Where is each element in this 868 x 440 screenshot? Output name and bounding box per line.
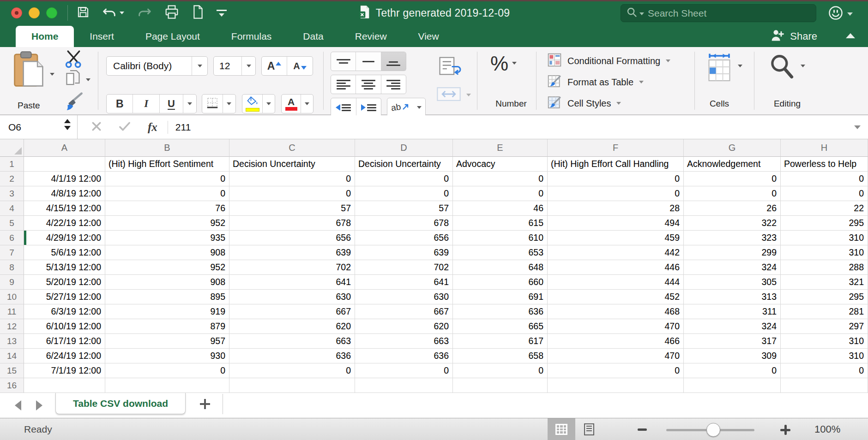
align-left-button[interactable] (331, 75, 356, 94)
cell-C8[interactable]: 702 (229, 260, 355, 275)
cell-F4[interactable]: 28 (548, 201, 684, 216)
cell-F16[interactable] (548, 378, 684, 393)
row-header-10[interactable]: 10 (0, 290, 24, 304)
zoom-in-button[interactable] (780, 425, 790, 435)
cell-C15[interactable]: 0 (229, 363, 355, 378)
cell-F1[interactable]: (Hit) High Effort Call Handling (548, 157, 684, 172)
increase-font-size-button[interactable]: A (262, 57, 287, 75)
cell-B8[interactable]: 952 (105, 260, 229, 275)
cell-E10[interactable]: 691 (453, 290, 548, 304)
select-all-corner[interactable] (0, 139, 24, 157)
cell-G8[interactable]: 324 (684, 260, 781, 275)
ribbon-tab-data[interactable]: Data (287, 26, 339, 47)
save-button[interactable] (76, 5, 90, 21)
row-header-5[interactable]: 5 (0, 216, 24, 231)
cell-G12[interactable]: 324 (684, 319, 781, 334)
cell-F9[interactable]: 444 (548, 275, 684, 290)
share-button[interactable]: Share (770, 26, 817, 47)
cell-D1[interactable]: Decision Uncertainty (355, 157, 453, 172)
cell-H13[interactable]: 310 (781, 334, 868, 349)
cell-B7[interactable]: 908 (105, 245, 229, 260)
confirm-entry-button[interactable] (118, 120, 131, 134)
cell-D12[interactable]: 620 (355, 319, 453, 334)
cell-E8[interactable]: 648 (453, 260, 548, 275)
cell-F2[interactable]: 0 (548, 172, 684, 186)
ribbon-tab-review[interactable]: Review (339, 26, 403, 47)
row-header-3[interactable]: 3 (0, 186, 24, 201)
cell-E4[interactable]: 46 (453, 201, 548, 216)
cell-A8[interactable]: 5/13/19 12:00 (24, 260, 105, 275)
format-as-table-button[interactable]: Format as Table (547, 74, 644, 90)
cell-H3[interactable]: 0 (781, 186, 868, 201)
cell-F8[interactable]: 446 (548, 260, 684, 275)
row-header-6[interactable]: 6 (0, 231, 24, 245)
row-header-11[interactable]: 11 (0, 304, 24, 319)
cell-C14[interactable]: 636 (229, 349, 355, 363)
cell-G2[interactable]: 0 (684, 172, 781, 186)
cell-styles-button[interactable]: Cell Styles (547, 95, 621, 112)
cell-H14[interactable]: 310 (781, 349, 868, 363)
font-size-select[interactable]: 12 (213, 56, 256, 76)
cell-H1[interactable]: Powerless to Help (781, 157, 868, 172)
cell-G11[interactable]: 311 (684, 304, 781, 319)
cell-A9[interactable]: 5/20/19 12:00 (24, 275, 105, 290)
cancel-entry-button[interactable] (90, 120, 102, 134)
number-format-button[interactable]: % (490, 51, 517, 77)
cell-H2[interactable]: 0 (781, 172, 868, 186)
cell-E3[interactable]: 0 (453, 186, 548, 201)
cell-D11[interactable]: 667 (355, 304, 453, 319)
cell-A3[interactable]: 4/8/19 12:00 (24, 186, 105, 201)
row-header-16[interactable]: 16 (0, 378, 24, 393)
cell-A2[interactable]: 4/1/19 12:00 (24, 172, 105, 186)
cell-E12[interactable]: 665 (453, 319, 548, 334)
page-layout-view-button[interactable] (575, 418, 603, 440)
cell-B3[interactable]: 0 (105, 186, 229, 201)
cell-A7[interactable]: 5/6/19 12:00 (24, 245, 105, 260)
cell-F12[interactable]: 470 (548, 319, 684, 334)
cell-C13[interactable]: 663 (229, 334, 355, 349)
cell-H9[interactable]: 321 (781, 275, 868, 290)
redo-button[interactable] (136, 5, 152, 21)
col-header-H[interactable]: H (781, 139, 868, 157)
cell-B10[interactable]: 895 (105, 290, 229, 304)
cell-C6[interactable]: 656 (229, 231, 355, 245)
cells-button[interactable] (705, 52, 742, 84)
cell-E13[interactable]: 617 (453, 334, 548, 349)
cell-C7[interactable]: 639 (229, 245, 355, 260)
cell-B1[interactable]: (Hit) High Effort Sentiment (105, 157, 229, 172)
cell-B15[interactable]: 0 (105, 363, 229, 378)
ribbon-tab-view[interactable]: View (403, 26, 455, 47)
cell-A12[interactable]: 6/10/19 12:00 (24, 319, 105, 334)
zoom-percentage-label[interactable]: 100% (814, 423, 840, 435)
font-color-dropdown-button[interactable] (301, 95, 313, 113)
italic-button[interactable]: I (133, 95, 159, 113)
col-header-C[interactable]: C (229, 139, 355, 157)
cell-A6[interactable]: 4/29/19 12:00 (24, 231, 105, 245)
feedback-button[interactable] (828, 6, 853, 22)
cell-G7[interactable]: 299 (684, 245, 781, 260)
cell-E1[interactable]: Advocacy (453, 157, 548, 172)
collapse-ribbon-icon[interactable] (846, 33, 855, 38)
col-header-E[interactable]: E (453, 139, 548, 157)
search-sheet-box[interactable] (621, 4, 816, 22)
cell-C10[interactable]: 630 (229, 290, 355, 304)
row-header-4[interactable]: 4 (0, 201, 24, 216)
cell-G3[interactable]: 0 (684, 186, 781, 201)
underline-dropdown-button[interactable] (183, 95, 196, 113)
decrease-indent-button[interactable] (331, 98, 356, 117)
align-middle-button[interactable] (356, 52, 381, 71)
cell-C3[interactable]: 0 (229, 186, 355, 201)
add-sheet-button[interactable] (198, 397, 212, 411)
underline-button[interactable]: U (160, 95, 183, 113)
cell-A13[interactable]: 6/17/19 12:00 (24, 334, 105, 349)
search-input[interactable] (648, 8, 810, 19)
cell-A16[interactable] (24, 378, 105, 393)
fill-color-dropdown-button[interactable] (263, 95, 275, 113)
text-orientation-button[interactable]: ab (387, 98, 426, 117)
undo-button[interactable] (102, 5, 124, 21)
cell-E9[interactable]: 660 (453, 275, 548, 290)
ribbon-tab-page-layout[interactable]: Page Layout (130, 26, 216, 47)
cell-H8[interactable]: 288 (781, 260, 868, 275)
sheet-tab-active[interactable]: Table CSV download (55, 393, 186, 414)
cell-C16[interactable] (229, 378, 355, 393)
